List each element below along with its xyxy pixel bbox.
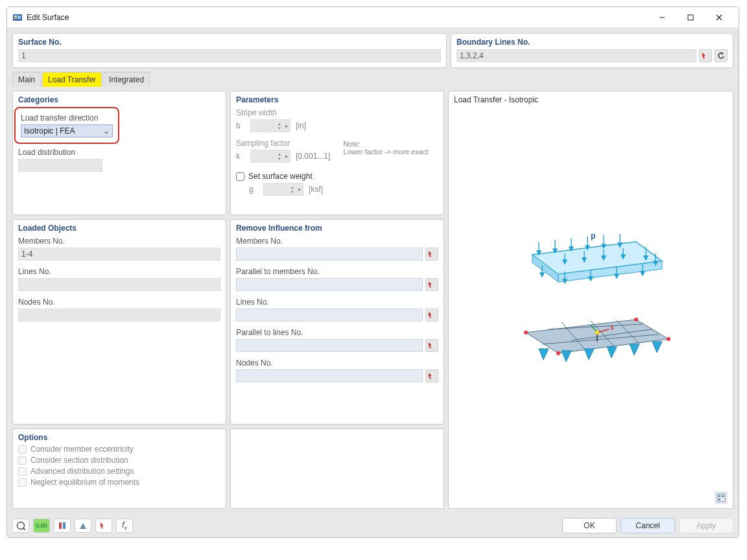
weight-input: ▴▾▸ xyxy=(263,183,303,196)
weight-unit: [ksf] xyxy=(309,185,323,194)
load-direction-label: Load transfer direction xyxy=(21,113,113,122)
loaded-objects-panel: Loaded Objects Members No. Lines No. Nod… xyxy=(12,219,226,425)
categories-title: Categories xyxy=(18,95,220,104)
loaded-title: Loaded Objects xyxy=(18,224,220,233)
dialog-window: Edit Surface Surface No. Boundary Lines … xyxy=(6,6,739,538)
svg-point-62 xyxy=(556,351,560,355)
members-label: Members No. xyxy=(18,237,220,246)
cancel-button[interactable]: Cancel xyxy=(621,518,675,533)
rm-lines-input[interactable] xyxy=(236,309,423,321)
options-title: Options xyxy=(18,433,220,442)
pick-boundary-icon[interactable] xyxy=(699,49,712,62)
svg-marker-55 xyxy=(584,349,594,360)
categories-panel: Categories Load transfer direction Isotr… xyxy=(12,91,226,215)
boundary-label: Boundary Lines No. xyxy=(456,38,728,47)
remove-title: Remove Influence from xyxy=(236,224,438,233)
opt-adv-dist[interactable]: Advanced distribution settings xyxy=(18,467,220,476)
pick-icon[interactable] xyxy=(425,339,438,352)
tab-integrated[interactable]: Integrated xyxy=(103,72,150,87)
svg-rect-70 xyxy=(722,495,724,497)
svg-rect-74 xyxy=(59,522,62,529)
units-button[interactable]: 0,00 xyxy=(33,519,50,533)
rm-members-input[interactable] xyxy=(236,248,423,261)
sampling-label: Sampling factor xyxy=(236,139,290,148)
isotropic-diagram: p xyxy=(493,216,688,384)
load-distribution-input xyxy=(18,159,102,172)
svg-point-67 xyxy=(595,331,599,334)
stripe-sym: b xyxy=(236,121,245,130)
svg-marker-56 xyxy=(607,347,617,358)
rm-nodes-label: Nodes No. xyxy=(236,358,438,368)
svg-point-61 xyxy=(667,337,670,341)
load-distribution-label: Load distribution xyxy=(18,148,220,157)
rm-nodes-input[interactable] xyxy=(236,369,423,382)
pick-icon[interactable] xyxy=(425,278,438,291)
members-input[interactable] xyxy=(18,248,220,261)
rm-members-label: Members No. xyxy=(236,237,438,246)
opt-section-dist[interactable]: Consider section distribution xyxy=(18,456,220,465)
sampling-unit: [0.001...1] xyxy=(296,152,330,161)
svg-rect-3 xyxy=(18,16,21,19)
tab-main[interactable]: Main xyxy=(12,72,41,87)
parameters-panel: Parameters Stripe width b ⌄▴▾▸ [in] Samp… xyxy=(230,91,444,215)
svg-marker-53 xyxy=(539,349,549,360)
apply-button: Apply xyxy=(679,518,733,533)
svg-text:p: p xyxy=(591,231,595,240)
boundary-input[interactable] xyxy=(456,49,696,62)
svg-marker-43 xyxy=(615,274,619,278)
preview-title: Load Transfer - Isotropic xyxy=(454,95,728,104)
pick-icon[interactable] xyxy=(425,369,438,382)
svg-marker-45 xyxy=(641,272,645,275)
note-text: Lower factor -> more exact xyxy=(343,148,428,156)
svg-line-73 xyxy=(23,528,25,530)
app-icon xyxy=(12,12,23,23)
select-button[interactable] xyxy=(95,519,112,533)
remove-panel: Remove Influence from Members No. Parall… xyxy=(230,219,444,425)
view-button[interactable] xyxy=(75,519,91,533)
svg-marker-37 xyxy=(540,273,544,277)
sampling-sym: k xyxy=(236,152,245,161)
help-button[interactable] xyxy=(12,519,29,533)
sampling-input: ⌄▴▾▸ xyxy=(250,150,290,163)
options-panel: Options Consider member eccentricity Con… xyxy=(12,428,226,509)
tab-load-transfer[interactable]: Load Transfer xyxy=(42,72,102,87)
rm-pmembers-input[interactable] xyxy=(236,278,423,291)
window-title: Edit Surface xyxy=(27,13,648,22)
opt-eccentricity[interactable]: Consider member eccentricity xyxy=(18,445,220,454)
set-weight-check[interactable]: Set surface weight xyxy=(236,172,438,181)
footer: 0,00 fx OK Cancel Apply xyxy=(7,514,739,537)
svg-rect-69 xyxy=(718,495,720,497)
svg-marker-39 xyxy=(563,279,567,283)
load-direction-dropdown[interactable]: Isotropic | FEA ⌄ xyxy=(21,124,113,137)
formula-button[interactable]: fx xyxy=(116,519,133,533)
lines-input[interactable] xyxy=(18,278,220,291)
minimize-button[interactable] xyxy=(648,8,676,27)
rm-plines-input[interactable] xyxy=(236,339,423,352)
svg-rect-71 xyxy=(718,498,720,500)
pick-icon[interactable] xyxy=(425,248,438,261)
reset-boundary-icon[interactable] xyxy=(715,49,728,62)
surface-no-input[interactable] xyxy=(18,49,441,62)
svg-rect-1 xyxy=(14,16,17,17)
nodes-label: Nodes No. xyxy=(18,298,220,307)
titlebar: Edit Surface xyxy=(7,7,739,28)
weight-sym: g xyxy=(249,185,258,194)
svg-rect-2 xyxy=(14,18,17,19)
opt-neglect-eq[interactable]: Neglect equilibrium of moments xyxy=(18,478,220,487)
svg-rect-68 xyxy=(717,494,725,502)
ok-button[interactable]: OK xyxy=(562,518,617,533)
preview-options-icon[interactable] xyxy=(715,491,728,504)
nodes-input[interactable] xyxy=(18,309,220,321)
surface-no-panel: Surface No. xyxy=(12,33,447,68)
surface-no-label: Surface No. xyxy=(18,38,441,47)
svg-marker-76 xyxy=(80,523,86,529)
display-button[interactable] xyxy=(54,519,71,533)
pick-icon[interactable] xyxy=(425,309,438,321)
rm-pmembers-label: Parallel to members No. xyxy=(236,267,438,276)
svg-marker-57 xyxy=(630,344,639,355)
svg-text:x: x xyxy=(610,323,614,332)
stripe-label: Stripe width xyxy=(236,108,277,117)
preview-panel: Load Transfer - Isotropic p xyxy=(448,91,733,509)
close-button[interactable] xyxy=(705,8,733,27)
maximize-button[interactable] xyxy=(676,8,705,27)
